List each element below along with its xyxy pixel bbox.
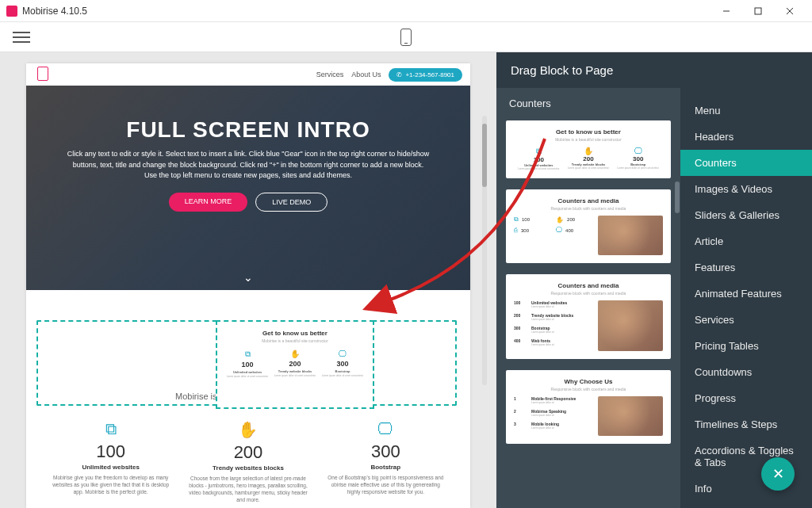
thumb-title: Why Choose Us: [514, 378, 663, 385]
feature-col-3[interactable]: 🖵 300 Bootstrap One of Bootstrap's big p…: [325, 420, 446, 503]
maximize-button[interactable]: [742, 2, 774, 21]
mini-counter-label: Unlimited websites: [224, 370, 271, 374]
feature-col-1[interactable]: ⧉ 100 Unlimited websites Mobirise give y…: [50, 420, 171, 503]
thumb-title: Counters and media: [514, 197, 663, 204]
canvas-area: Services About Us ✆ +1-234-567-8901 FULL…: [0, 52, 496, 508]
category-item-headers[interactable]: Headers: [680, 124, 812, 150]
category-item-animated-features[interactable]: Animated Features: [680, 281, 812, 307]
hero-body[interactable]: Click any text to edit or style it. Sele…: [66, 149, 431, 181]
feature-desc: Choose from the large selection of lates…: [187, 475, 308, 503]
block-thumbnails-column: Counters Get to know us better Mobirise …: [496, 88, 680, 508]
panel-title: Drag Block to Page: [496, 52, 812, 88]
thumb-subtitle: Responsive block with counters and media: [514, 291, 663, 296]
svg-rect-1: [755, 8, 761, 14]
category-item-counters[interactable]: Counters: [680, 150, 812, 176]
category-item-pricing-tables[interactable]: Pricing Tables: [680, 333, 812, 359]
thumb-num: 200: [514, 313, 528, 321]
device-icon: ⧉: [50, 420, 171, 438]
thumb-subtitle: Mobirise is a beautiful site constructor: [514, 137, 663, 142]
block-thumbnail[interactable]: Counters and media Responsive block with…: [506, 274, 671, 359]
features-row: ⧉ 100 Unlimited websites Mobirise give y…: [26, 411, 470, 503]
mini-counter-3: 🖵 300 Bootstrap Lorem ipsum dolor sit am…: [319, 349, 366, 379]
mini-counter-label: Bootstrap: [319, 369, 366, 373]
mini-counter-label: Trendy website blocks: [271, 369, 319, 373]
mini-counter-desc: Lorem ipsum dolor sit amet consectetur: [224, 376, 271, 379]
window-titlebar: Mobirise 4.10.5: [0, 0, 812, 22]
thumb-num: 400: [565, 228, 573, 233]
category-item-images-videos[interactable]: Images & Videos: [680, 176, 812, 202]
close-button[interactable]: [774, 2, 806, 21]
dragged-block-subtitle: Mobirise is a beautiful site constructor: [224, 338, 366, 343]
touch-icon: ✋: [187, 420, 308, 439]
app-logo-icon: [6, 6, 17, 17]
nav-phone-button[interactable]: ✆ +1-234-567-8901: [389, 68, 462, 82]
monitor-icon: 🖵: [325, 420, 446, 438]
feature-number: 200: [187, 442, 308, 463]
nav-phone-label: +1-234-567-8901: [405, 71, 454, 78]
block-thumbnail[interactable]: Get to know us better Mobirise is a beau…: [506, 120, 671, 178]
touch-icon: ✋: [271, 349, 319, 358]
device-icon: ⧉: [224, 349, 271, 359]
thumb-num: 300: [613, 155, 663, 162]
category-item-services[interactable]: Services: [680, 307, 812, 333]
feature-label: Bootstrap: [325, 464, 446, 471]
minimize-button[interactable]: [710, 2, 742, 21]
hero-title[interactable]: FULL SCREEN INTRO: [66, 117, 431, 143]
thumb-num: 300: [514, 326, 528, 334]
feature-desc: Mobirise give you the freedom to develop…: [50, 474, 171, 495]
mini-counter-num: 200: [271, 360, 319, 368]
thumb-num: 200: [564, 155, 614, 162]
category-item-sliders-galleries[interactable]: Sliders & Galleries: [680, 202, 812, 228]
canvas-scrollbar[interactable]: [482, 116, 487, 385]
mini-counter-1: ⧉ 100 Unlimited websites Lorem ipsum dol…: [224, 349, 271, 379]
block-thumbnail[interactable]: Counters and media Responsive block with…: [506, 189, 671, 263]
feature-label: Trendy websites blocks: [187, 464, 308, 472]
thumb-num: 300: [521, 228, 529, 233]
hero-learn-more-button[interactable]: LEARN MORE: [169, 193, 248, 212]
thumb-num: 200: [567, 217, 575, 222]
app-toolbar: [0, 22, 812, 52]
category-item-timelines-steps[interactable]: Timelines & Steps: [680, 411, 812, 437]
category-item-progress[interactable]: Progress: [680, 385, 812, 411]
category-item-menu[interactable]: Menu: [680, 97, 812, 124]
category-item-countdowns[interactable]: Countdowns: [680, 359, 812, 385]
menu-hamburger-icon[interactable]: [13, 29, 30, 46]
site-canvas[interactable]: Services About Us ✆ +1-234-567-8901 FULL…: [26, 63, 470, 508]
feature-desc: One of Bootstrap's big point is responsi…: [325, 474, 446, 495]
hero-live-demo-button[interactable]: LIVE DEMO: [255, 193, 327, 212]
nav-about[interactable]: About Us: [351, 71, 381, 78]
category-item-features[interactable]: Features: [680, 254, 812, 281]
thumb-num: 400: [514, 338, 528, 346]
thumbnails-section-title: Counters: [496, 88, 680, 116]
hero-block[interactable]: FULL SCREEN INTRO Click any text to edit…: [26, 86, 470, 290]
site-header: Services About Us ✆ +1-234-567-8901: [26, 63, 470, 86]
category-item-forms[interactable]: Forms: [680, 502, 812, 508]
thumb-num: 100: [514, 300, 528, 308]
thumbnails-scrollbar[interactable]: [675, 181, 680, 213]
category-item-article[interactable]: Article: [680, 228, 812, 254]
device-preview-toggle[interactable]: [400, 29, 412, 46]
close-panel-fab[interactable]: ✕: [761, 457, 795, 491]
nav-services[interactable]: Services: [316, 71, 344, 78]
feature-col-2[interactable]: ✋ 200 Trendy websites blocks Choose from…: [187, 420, 308, 503]
site-logo-icon[interactable]: [34, 67, 52, 82]
mini-counter-2: ✋ 200 Trendy website blocks Lorem ipsum …: [271, 349, 319, 379]
dragged-block-preview[interactable]: Get to know us better Mobirise is a beau…: [216, 320, 374, 409]
thumb-title: Counters and media: [514, 282, 663, 289]
thumb-media-image: [598, 216, 663, 255]
thumb-subtitle: Responsive block with counters and media: [514, 387, 663, 392]
hero-scroll-down-icon[interactable]: ⌄: [243, 271, 253, 284]
thumb-media-image: [598, 396, 663, 436]
window-title: Mobirise 4.10.5: [22, 6, 87, 17]
dragged-block-title: Get to know us better: [224, 330, 366, 337]
blocks-panel: Drag Block to Page Counters Get to know …: [496, 52, 812, 508]
block-thumbnail[interactable]: Why Choose Us Responsive block with coun…: [506, 370, 671, 444]
feature-number: 300: [325, 441, 446, 462]
feature-number: 100: [50, 441, 171, 462]
mini-counter-num: 300: [319, 360, 366, 368]
thumb-num: 100: [514, 156, 564, 163]
mini-counter-num: 100: [224, 361, 271, 369]
categories-column: MenuHeadersCountersImages & VideosSlider…: [680, 88, 812, 508]
monitor-icon: 🖵: [319, 349, 366, 358]
mini-counter-desc: Lorem ipsum dolor sit amet consectetur: [319, 375, 366, 378]
